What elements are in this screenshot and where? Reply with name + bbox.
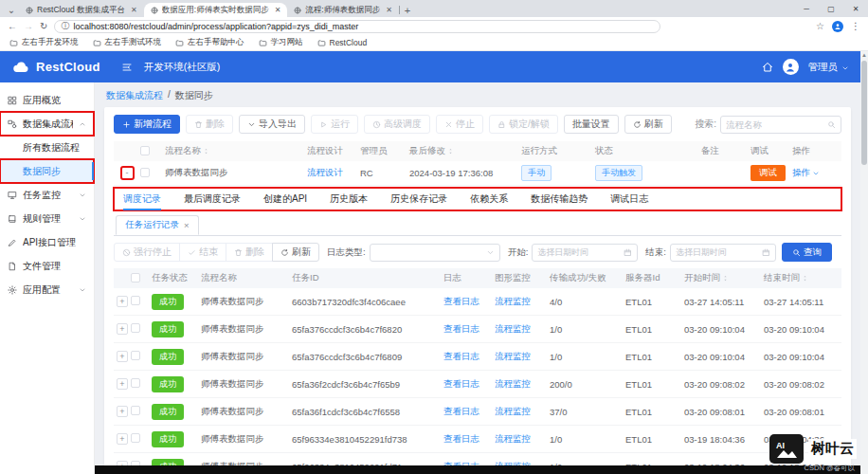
task-row-checkbox[interactable] [131,351,140,360]
menu-fold-icon[interactable] [121,61,133,72]
sidebar-item-3[interactable]: 数据同步 [0,159,94,183]
flow-monitor-link[interactable]: 流程监控 [495,378,531,389]
bookmark-star-icon[interactable]: ☆ [816,21,824,31]
fold-icon[interactable] [121,62,133,73]
end-datetime-input[interactable] [676,247,758,257]
expand-row-button[interactable]: + [117,406,128,417]
query-button[interactable]: 查询 [782,243,832,262]
bookmark-4[interactable]: RestCloud [317,38,368,47]
toolbar-button-0[interactable]: 新增流程 [114,115,180,134]
detail-tab-5[interactable]: 依赖关系 [470,188,508,210]
flow-monitor-link[interactable]: 流程监控 [495,296,531,306]
user-avatar[interactable] [783,59,799,75]
toolbar-button-2[interactable]: 导入导出 [239,115,305,134]
debug-button[interactable]: 调试 [750,165,786,181]
flow-monitor-link[interactable]: 流程监控 [495,323,531,334]
process-col-3[interactable]: 最后修改 [409,145,521,157]
expand-row-button[interactable]: + [117,296,128,307]
toolbar-button-8[interactable]: 刷新 [624,115,672,134]
sidebar-item-2[interactable]: 所有数据流程 [0,136,94,159]
calendar-icon[interactable] [762,248,770,257]
profile-avatar[interactable] [832,21,843,32]
flow-monitor-link[interactable]: 流程监控 [495,351,531,361]
expand-row-button[interactable]: + [117,323,128,335]
tab-close-icon[interactable]: ✕ [386,6,392,14]
view-log-link[interactable]: 查看日志 [443,406,479,416]
task-row-checkbox[interactable] [131,296,140,305]
process-col-0[interactable]: 流程名称 [165,145,307,157]
flow-monitor-link[interactable]: 流程监控 [495,406,531,416]
expand-row-button[interactable]: + [117,351,128,362]
task-row-checkbox[interactable] [131,406,140,415]
bookmark-1[interactable]: 左右手测试环境 [93,37,162,48]
task-row-checkbox[interactable] [131,433,140,443]
search-icon[interactable] [827,120,836,129]
action-menu[interactable]: 操作 [792,167,820,179]
user-menu[interactable]: 管理员 [808,61,850,74]
menu-dots-icon[interactable]: ⋮ [851,21,860,31]
collapse-row-button[interactable]: - [121,167,134,179]
detail-tab-3[interactable]: 历史版本 [330,188,368,210]
sidebar-item-0[interactable]: 应用概览 [0,88,94,112]
start-datetime-input[interactable] [537,247,620,257]
sidebar-item-5[interactable]: 规则管理 [0,207,94,230]
browser-tab-0[interactable]: RestCloud 数据集成平台✕ [19,3,144,17]
log-type-select[interactable] [370,244,500,262]
flow-monitor-link[interactable]: 流程监控 [495,433,531,444]
sidebar-item-4[interactable]: 任务监控 [0,183,94,207]
info-icon[interactable]: ⓘ [61,20,69,32]
close-icon[interactable]: ✕ [843,0,868,17]
expand-row-button[interactable]: + [117,433,128,445]
search-icon[interactable] [827,119,836,130]
task-select-all-checkbox[interactable] [131,273,140,283]
bookmark-2[interactable]: 左右手帮助中心 [175,37,244,48]
row-checkbox[interactable] [140,168,150,177]
detail-tab-4[interactable]: 历史保存记录 [390,188,447,210]
sidebar-item-1[interactable]: 数据集成流程 [0,112,94,136]
calendar-icon[interactable] [624,248,632,257]
home-icon[interactable] [762,62,773,73]
task-col-8[interactable]: 结束时间 [764,272,841,284]
page-scrollbar[interactable]: ▲ [860,51,868,474]
view-log-link[interactable]: 查看日志 [443,378,479,389]
detail-tab-2[interactable]: 创建的API [263,188,307,210]
detail-tab-6[interactable]: 数据传输趋势 [531,188,588,210]
browser-tab-1[interactable]: 数据应用:师傅表实时数据同步✕ [144,3,288,17]
maximize-icon[interactable]: ▢ [819,0,843,17]
view-log-link[interactable]: 查看日志 [443,296,479,306]
minimize-icon[interactable]: ─ [794,0,819,17]
calendar-icon[interactable] [762,247,770,258]
task-row-checkbox[interactable] [131,323,140,333]
detail-tab-0[interactable]: 调度记录 [123,188,161,210]
view-log-link[interactable]: 查看日志 [443,433,479,444]
scrollbar-thumb[interactable] [861,61,867,165]
tab-close-icon[interactable]: ✕ [131,6,137,14]
browser-tab-2[interactable]: 流程:师傅表数据同步✕ [287,3,399,17]
sidebar-item-8[interactable]: 应用配置 [0,278,94,301]
detail-tab-7[interactable]: 调试日志 [610,188,648,210]
select-all-checkbox[interactable] [140,146,150,155]
home-icon[interactable] [762,61,773,72]
process-design-link[interactable]: 流程设计 [307,167,343,177]
bookmark-0[interactable]: 左右手开发环境 [9,37,79,48]
forward-icon[interactable]: → [24,21,33,31]
breadcrumb-parent[interactable]: 数据集成流程 [106,89,163,102]
refresh-icon[interactable]: ↻ [40,21,47,31]
new-tab-button[interactable]: + [400,3,415,17]
sidebar-item-6[interactable]: API接口管理 [0,230,94,254]
calendar-icon[interactable] [624,247,632,258]
sidebar-item-7[interactable]: 文件管理 [0,254,94,278]
tab-close-icon[interactable]: ✕ [275,6,281,14]
search-input[interactable] [726,119,823,130]
task-toolbar-button-3[interactable]: 刷新 [272,243,319,262]
view-log-link[interactable]: 查看日志 [443,351,479,361]
url-bar[interactable]: ⓘ localhost:8080/restcloud/admin/process… [54,20,660,33]
scroll-up-icon[interactable]: ▲ [860,51,868,59]
view-log-link[interactable]: 查看日志 [443,323,479,334]
task-row-checkbox[interactable] [131,378,140,388]
expand-row-button[interactable]: + [117,378,128,390]
tab-search-icon[interactable]: ⌄ [4,3,19,17]
detail-tab-1[interactable]: 最后调度记录 [184,188,241,210]
bookmark-3[interactable]: 学习网站 [259,37,303,48]
close-tab-icon[interactable]: × [184,220,190,230]
